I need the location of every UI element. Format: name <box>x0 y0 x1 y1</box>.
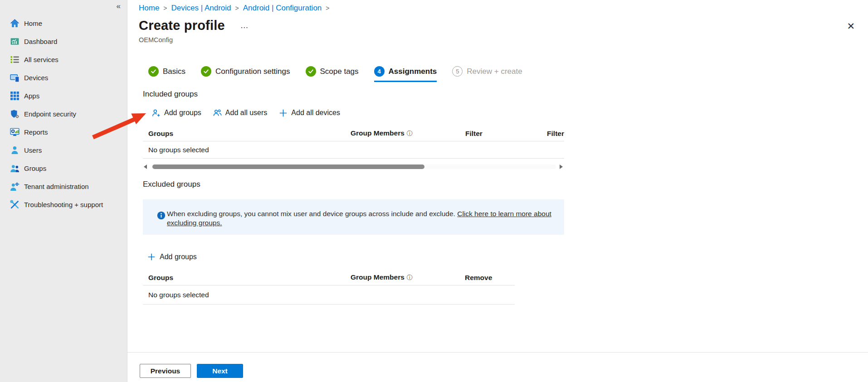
person-add-icon <box>152 109 161 117</box>
apps-icon <box>10 91 20 101</box>
horizontal-scrollbar <box>144 164 563 170</box>
sidebar-nav: Home Dashboard All services Devices <box>0 14 127 213</box>
groups-icon <box>10 164 20 173</box>
breadcrumb: Home > Devices | Android > Android | Con… <box>139 4 329 13</box>
column-header-remove: Remove <box>465 274 492 282</box>
sidebar-item-label: Endpoint security <box>24 110 76 118</box>
plus-icon <box>147 253 156 261</box>
add-all-users-button[interactable]: Add all users <box>213 109 268 117</box>
breadcrumb-link-devices-android[interactable]: Devices | Android <box>171 4 231 13</box>
sidebar-item-label: Devices <box>24 74 48 82</box>
column-header-filter: Filter <box>547 130 564 138</box>
add-all-devices-button[interactable]: Add all devices <box>279 109 340 117</box>
info-icon[interactable]: ⓘ <box>407 130 413 137</box>
sidebar-item-users[interactable]: Users <box>0 141 127 159</box>
step-number-badge: 4 <box>374 66 385 77</box>
sidebar-item-label: Users <box>24 146 42 154</box>
tab-scope-tags[interactable]: Scope tags <box>306 66 359 82</box>
reports-icon <box>10 127 20 137</box>
plus-icon <box>279 109 288 117</box>
table-header-row: Groups Group Membersⓘ Filter Filter <box>143 126 564 141</box>
sidebar-collapse-icon[interactable]: « <box>117 2 121 11</box>
column-header-filter: Filter <box>465 130 483 138</box>
intune-create-profile-screen: « Home Dashboard All services <box>0 0 868 382</box>
users-icon <box>10 145 20 155</box>
step-complete-check-icon <box>306 66 316 77</box>
column-header-groups: Groups <box>148 274 173 282</box>
sidebar: « Home Dashboard All services <box>0 0 127 382</box>
tab-review-create[interactable]: 5 Review + create <box>452 66 522 82</box>
close-icon[interactable]: ✕ <box>847 21 855 31</box>
page-subtitle: OEMConfig <box>139 36 173 44</box>
chevron-right-icon: > <box>235 5 239 12</box>
footer-divider <box>127 352 868 353</box>
info-icon[interactable]: ⓘ <box>407 274 413 281</box>
sidebar-item-apps[interactable]: Apps <box>0 87 127 105</box>
sidebar-item-devices[interactable]: Devices <box>0 68 127 87</box>
tab-configuration-settings[interactable]: Configuration settings <box>201 66 290 82</box>
scrollbar-track[interactable] <box>151 164 556 169</box>
included-groups-heading: Included groups <box>143 90 198 99</box>
endpoint-security-icon <box>10 109 20 119</box>
add-groups-button[interactable]: Add groups <box>152 109 201 117</box>
scrollbar-thumb[interactable] <box>152 164 424 169</box>
page-title: Create profile <box>139 18 225 33</box>
tab-basics[interactable]: Basics <box>148 66 185 82</box>
sidebar-item-label: Dashboard <box>24 38 57 45</box>
wizard-steps: Basics Configuration settings Scope tags… <box>143 66 522 82</box>
all-services-icon <box>10 55 20 64</box>
more-options-icon[interactable]: … <box>240 21 249 30</box>
scroll-left-icon[interactable] <box>144 164 147 169</box>
breadcrumb-link-home[interactable]: Home <box>139 4 159 13</box>
banner-text: When excluding groups, you cannot mix us… <box>167 209 555 227</box>
sidebar-item-label: Reports <box>24 128 48 136</box>
step-complete-check-icon <box>148 66 159 77</box>
sidebar-item-reports[interactable]: Reports <box>0 123 127 141</box>
home-icon <box>10 19 20 28</box>
excluded-groups-heading: Excluded groups <box>143 180 200 189</box>
info-banner: When excluding groups, you cannot mix us… <box>143 199 564 235</box>
empty-table-row: No groups selected <box>143 285 515 305</box>
sidebar-item-label: All services <box>24 56 59 63</box>
sidebar-item-label: Groups <box>24 164 46 172</box>
scroll-right-icon[interactable] <box>560 164 563 169</box>
step-complete-check-icon <box>201 66 211 77</box>
sidebar-item-home[interactable]: Home <box>0 14 127 32</box>
info-icon <box>157 211 166 220</box>
column-header-group-members: Group Membersⓘ <box>351 273 413 282</box>
sidebar-item-label: Home <box>24 19 42 27</box>
people-icon <box>213 109 222 117</box>
tab-assignments[interactable]: 4 Assignments <box>374 66 437 82</box>
sidebar-item-all-services[interactable]: All services <box>0 50 127 68</box>
breadcrumb-link-android-configuration[interactable]: Android | Configuration <box>243 4 322 13</box>
sidebar-item-endpoint-security[interactable]: Endpoint security <box>0 105 127 123</box>
included-actions: Add groups Add all users Add all devices <box>152 107 340 119</box>
next-button[interactable]: Next <box>197 364 243 378</box>
sidebar-item-dashboard[interactable]: Dashboard <box>0 32 127 50</box>
sidebar-item-groups[interactable]: Groups <box>0 159 127 177</box>
add-groups-excluded-button[interactable]: Add groups <box>147 253 197 261</box>
excluded-groups-table: Groups Group Membersⓘ Remove No groups s… <box>143 271 515 305</box>
sidebar-item-label: Apps <box>24 92 39 100</box>
previous-button[interactable]: Previous <box>140 364 191 378</box>
tenant-administration-icon <box>10 182 20 191</box>
sidebar-item-label: Tenant administration <box>24 183 89 190</box>
devices-icon <box>10 73 20 82</box>
dashboard-icon <box>10 37 20 46</box>
troubleshooting-icon <box>10 200 20 209</box>
column-header-groups: Groups <box>148 130 173 138</box>
step-number-badge: 5 <box>452 66 463 77</box>
sidebar-item-tenant-administration[interactable]: Tenant administration <box>0 177 127 195</box>
chevron-right-icon: > <box>326 5 329 12</box>
sidebar-item-troubleshooting[interactable]: Troubleshooting + support <box>0 195 127 213</box>
included-groups-table: Groups Group Membersⓘ Filter Filter No g… <box>143 126 564 159</box>
main-content: Home > Devices | Android > Android | Con… <box>127 0 868 382</box>
column-header-group-members: Group Membersⓘ <box>351 129 413 138</box>
chevron-right-icon: > <box>163 5 167 12</box>
table-header-row: Groups Group Membersⓘ Remove <box>143 271 515 285</box>
empty-table-row: No groups selected <box>143 141 564 159</box>
sidebar-item-label: Troubleshooting + support <box>24 201 103 208</box>
